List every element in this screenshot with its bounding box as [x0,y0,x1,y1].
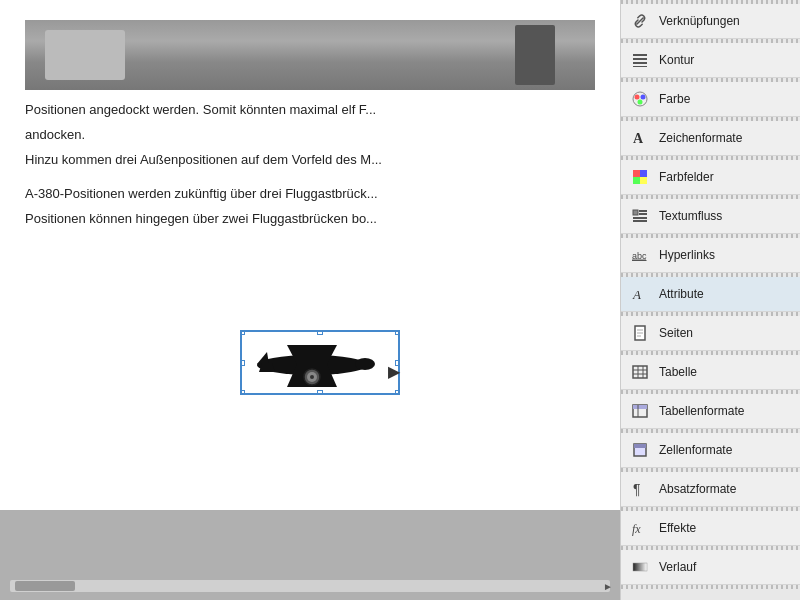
right-panel: Verknüpfungen Kontur Farbe A Zeichenform… [620,0,800,600]
scroll-right-arrow[interactable]: ► [601,577,615,595]
svg-rect-22 [633,210,638,215]
svg-point-15 [641,95,646,100]
handle-tm[interactable] [317,330,323,335]
svg-text:A: A [633,131,644,146]
verlauf-icon [629,556,651,578]
panel-label-tabellenformate: Tabellenformate [659,404,792,418]
seiten-icon [629,322,651,344]
hyperlinks-icon: abc [629,244,651,266]
svg-rect-23 [639,210,647,212]
panel-label-absatzformate: Absatzformate [659,482,792,496]
absatzformate-icon: ¶ [629,478,651,500]
farbfelder-icon [629,166,651,188]
svg-text:A: A [632,287,641,302]
panel-item-absatzformate[interactable]: ¶ Absatzformate [621,472,800,507]
svg-point-16 [638,100,643,105]
panel-item-hyperlinks[interactable]: abc Hyperlinks [621,238,800,273]
svg-text:¶: ¶ [633,481,641,497]
svg-marker-2 [257,352,269,364]
farbe-icon [629,88,651,110]
handle-tr[interactable] [395,330,400,335]
svg-rect-18 [633,170,640,177]
panel-item-effekte[interactable]: fx Effekte [621,511,800,546]
text-line-3: Hinzu kommen drei Außenpositionen auf de… [25,150,595,171]
attribute-icon: A [629,283,651,305]
svg-rect-25 [633,217,647,219]
separator-bottom [621,585,800,589]
page-area: Positionen angedockt werden. Somit könnt… [0,0,620,510]
svg-rect-20 [633,177,640,184]
svg-rect-40 [633,405,647,409]
kontur-icon [629,49,651,71]
scrollbar-thumb[interactable] [15,581,75,591]
airplane-image [247,337,387,392]
panel-label-verknuepfungen: Verknüpfungen [659,14,792,28]
panel-label-verlauf: Verlauf [659,560,792,574]
text-line-5: Positionen können hingegen über zwei Flu… [25,209,595,230]
tabellenformate-icon [629,400,651,422]
svg-rect-34 [633,366,647,378]
panel-label-zeichenformate: Zeichenformate [659,131,792,145]
horizontal-scrollbar[interactable] [10,580,610,592]
svg-rect-24 [639,213,647,215]
svg-rect-19 [640,170,647,177]
page-top-image [25,20,595,90]
link-icon [629,10,651,32]
panel-item-seiten[interactable]: Seiten [621,316,800,351]
handle-br[interactable] [395,390,400,395]
panel-item-farbe[interactable]: Farbe [621,82,800,117]
svg-rect-46 [633,563,647,571]
textumfluss-icon [629,205,651,227]
handle-lm[interactable] [240,360,245,366]
svg-point-1 [355,358,375,370]
cursor-arrow: ▶ [388,362,400,380]
panel-label-farbe: Farbe [659,92,792,106]
panel-item-kontur[interactable]: Kontur [621,43,800,78]
selected-image-object[interactable] [240,330,400,395]
effekte-icon: fx [629,517,651,539]
panel-label-kontur: Kontur [659,53,792,67]
svg-text:fx: fx [632,522,641,536]
text-line-4: A-380-Positionen werden zukünftig über d… [25,184,595,205]
text-line-1: Positionen angedockt werden. Somit könnt… [25,100,595,121]
panel-label-farbfelder: Farbfelder [659,170,792,184]
panel-item-farbfelder[interactable]: Farbfelder [621,160,800,195]
text-line-2: andocken. [25,125,595,146]
svg-rect-43 [634,444,646,448]
panel-label-effekte: Effekte [659,521,792,535]
panel-item-tabelle[interactable]: Tabelle [621,355,800,390]
panel-label-seiten: Seiten [659,326,792,340]
page-text: Positionen angedockt werden. Somit könnt… [25,100,595,230]
panel-item-verknuepfungen[interactable]: Verknüpfungen [621,4,800,39]
svg-point-8 [310,375,314,379]
svg-rect-26 [633,220,647,222]
tabelle-icon [629,361,651,383]
panel-label-textumfluss: Textumfluss [659,209,792,223]
zeichen-icon: A [629,127,651,149]
svg-rect-10 [633,58,647,60]
svg-rect-12 [633,66,647,67]
svg-rect-21 [640,177,647,184]
panel-label-zellenformate: Zellenformate [659,443,792,457]
handle-bl[interactable] [240,390,245,395]
panel-label-attribute: Attribute [659,287,792,301]
panel-label-tabelle: Tabelle [659,365,792,379]
panel-label-hyperlinks: Hyperlinks [659,248,792,262]
panel-item-zellenformate[interactable]: Zellenformate [621,433,800,468]
svg-rect-11 [633,62,647,64]
svg-rect-9 [633,54,647,56]
panel-item-verlauf[interactable]: Verlauf [621,550,800,585]
svg-point-14 [635,95,640,100]
panel-item-zeichenformate[interactable]: A Zeichenformate [621,121,800,156]
panel-item-tabellenformate[interactable]: Tabellenformate [621,394,800,429]
main-content: Positionen angedockt werden. Somit könnt… [0,0,620,600]
panel-item-attribute[interactable]: A Attribute [621,277,800,312]
panel-item-textumfluss[interactable]: Textumfluss [621,199,800,234]
zellenformate-icon [629,439,651,461]
handle-bm[interactable] [317,390,323,395]
handle-tl[interactable] [240,330,245,335]
image-border [240,330,400,395]
